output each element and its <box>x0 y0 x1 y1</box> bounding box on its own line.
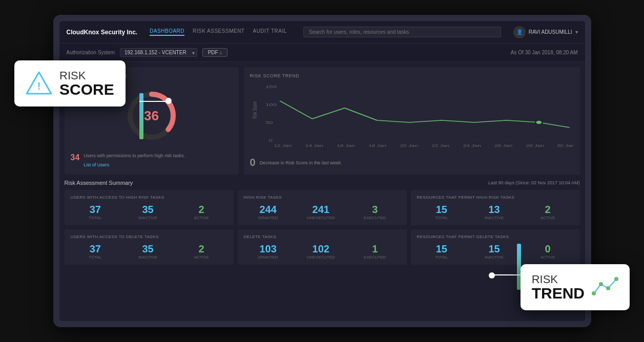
summary-card-delete-resources: RESOURCES THAT PERMIT DELETE TASKS 15 TO… <box>411 229 580 265</box>
summary-card-high-risk-resources: RESOURCES THAT PERMIT HIGH RISK TASKS 15… <box>411 190 580 225</box>
connector-dot-right <box>489 272 495 279</box>
trend-chart: 150 100 50 0 Risk Score <box>250 80 574 152</box>
svg-point-24 <box>592 291 596 295</box>
avatar: 👤 <box>513 26 526 38</box>
summary-card-delete-tasks: DELETE TASKS 103 GRANTED 102 UNEXECUTED <box>238 229 407 265</box>
warning-triangle-icon: ! <box>26 70 52 97</box>
svg-text:!: ! <box>37 80 41 92</box>
card-title: HIGH RISK TASKS <box>244 195 401 200</box>
summary-card-high-risk-users: USERS WITH ACCESS TO HIGH RISK TASKS 37 … <box>65 190 234 225</box>
risk-trend-panel: RISK SCORE TREND 150 100 50 0 Ri <box>244 67 580 175</box>
nav-menu: DASHBOARD RISK ASSESSMENT AUDIT TRAIL <box>150 28 287 36</box>
nav-risk-assessment[interactable]: RISK ASSESSMENT <box>193 28 244 36</box>
card-title: RESOURCES THAT PERMIT DELETE TASKS <box>417 234 574 239</box>
trend-line-icon <box>592 274 618 301</box>
inactive-label: INACTIVE <box>138 216 157 220</box>
main-content: CURRENT RISK SCORE 3 <box>59 62 585 321</box>
connector-dot-left <box>165 98 172 104</box>
svg-point-11 <box>535 120 542 124</box>
nav-audit-trail[interactable]: AUDIT TRAIL <box>253 28 286 36</box>
svg-text:150: 150 <box>265 84 276 89</box>
logo: CloudKnox Security Inc. <box>67 29 138 36</box>
donut-value: 36 <box>144 108 159 124</box>
svg-text:24 Jan: 24 Jan <box>463 143 481 147</box>
active-value: 2 <box>194 204 209 216</box>
vcenter-select[interactable]: 192.168.1.152 - VCENTER ▾ <box>120 48 197 57</box>
chevron-down-icon: ▾ <box>575 29 578 35</box>
users-desc: Users with permissions to perform high r… <box>84 153 185 159</box>
summary-date: Last 90 days (Since: 02 Nov 2017 10:04 A… <box>488 180 580 185</box>
connector-left <box>139 101 168 102</box>
risk-trend-title: RISK SCORE TREND <box>250 73 574 78</box>
total-label: TOTAL <box>89 216 101 220</box>
assessment-summary: Risk Assessment Summary Last 90 days (Si… <box>65 180 580 316</box>
overlay-risk-label: RISK <box>59 70 114 82</box>
summary-card-high-risk-tasks: HIGH RISK TASKS 244 GRANTED 241 UNEXECUT… <box>238 190 407 225</box>
card-title: DELETE TASKS <box>244 234 401 239</box>
overlay-risk-trend-card: RISK TREND <box>521 264 630 310</box>
svg-point-26 <box>606 286 610 290</box>
accent-bar-left <box>139 93 143 139</box>
summary-card-delete-users: USERS WITH ACCESS TO DELETE TASKS 37 TOT… <box>65 229 234 265</box>
svg-point-25 <box>599 282 603 286</box>
svg-text:30 Jan: 30 Jan <box>556 143 573 147</box>
svg-text:Risk Score: Risk Score <box>251 101 258 119</box>
user-section: 👤 RAVI ADUSUMILLI ▾ <box>513 26 578 38</box>
list-of-users-link[interactable]: List of Users <box>84 162 109 167</box>
svg-point-27 <box>614 277 618 281</box>
value-group: 35 INACTIVE <box>138 204 157 220</box>
card-title: RESOURCES THAT PERMIT HIGH RISK TASKS <box>417 195 574 200</box>
overlay-risk-score-card: ! RISK SCORE <box>14 60 126 106</box>
card-title: USERS WITH ACCESS TO HIGH RISK TASKS <box>71 195 227 200</box>
overlay-risk-trend-text: RISK TREND <box>532 273 585 301</box>
overlay-score-label: SCORE <box>59 82 114 97</box>
value-group: 2 ACTIVE <box>194 204 209 220</box>
overlay-risk-score-text: RISK SCORE <box>59 70 114 97</box>
svg-text:26 Jan: 26 Jan <box>494 143 512 147</box>
decrease-value: 0 <box>250 157 256 168</box>
summary-title: Risk Assessment Summary <box>65 180 133 186</box>
inactive-value: 35 <box>138 204 157 216</box>
svg-text:100: 100 <box>265 102 276 107</box>
summary-grid: USERS WITH ACCESS TO HIGH RISK TASKS 37 … <box>65 190 580 265</box>
active-label: ACTIVE <box>194 216 209 220</box>
card-title: USERS WITH ACCESS TO DELETE TASKS <box>71 234 227 239</box>
svg-text:16 Jan: 16 Jan <box>337 143 355 147</box>
connector-right <box>493 274 521 275</box>
svg-text:18 Jan: 18 Jan <box>368 143 386 147</box>
search-input[interactable] <box>303 27 501 37</box>
svg-text:50: 50 <box>265 120 273 125</box>
svg-text:0: 0 <box>268 138 272 143</box>
value-group: 37 TOTAL <box>89 204 101 220</box>
svg-text:20 Jan: 20 Jan <box>400 143 418 147</box>
pdf-button[interactable]: PDF ↓ <box>202 48 228 57</box>
svg-text:14 Jan: 14 Jan <box>305 143 323 147</box>
overlay-trend-risk-label: RISK <box>532 273 585 286</box>
decrease-label: Decrease in Risk Score in the last week. <box>260 160 342 165</box>
total-value: 37 <box>89 204 101 216</box>
svg-text:12 Jan: 12 Jan <box>274 143 292 147</box>
users-count: 34 <box>71 153 80 162</box>
nav-dashboard[interactable]: DASHBOARD <box>150 28 184 36</box>
as-of-date: As Of 30 Jan 2018, 08:20 AM <box>511 50 578 55</box>
app-header: CloudKnox Security Inc. DASHBOARD RISK A… <box>59 21 585 44</box>
svg-text:22 Jan: 22 Jan <box>431 143 449 147</box>
auth-label: Authorization System <box>67 50 115 55</box>
svg-text:28 Jan: 28 Jan <box>526 143 544 147</box>
user-name: RAVI ADUSUMILLI <box>529 29 572 35</box>
sub-header: Authorization System 192.168.1.152 - VCE… <box>59 44 585 62</box>
overlay-trend-label: TREND <box>532 286 585 301</box>
